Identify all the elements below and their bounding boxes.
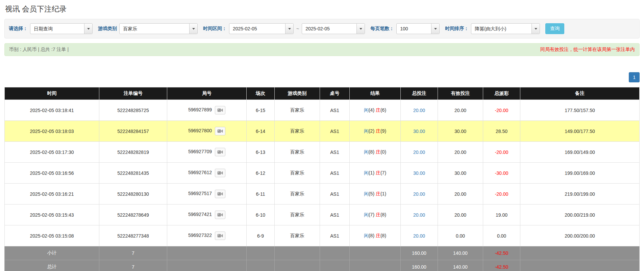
filter-bar: 请选择： 日期查询 游戏类别 百家乐 时间区间： 2025-02-05 ~ 20… [4, 19, 640, 38]
session-cell: 6-13 [247, 142, 275, 163]
session-cell: 6-11 [247, 184, 275, 205]
note-cell: 149.00/177.50 [520, 121, 640, 142]
table-row[interactable]: 2025-02-05 03:15:08522248277348596927322… [5, 225, 640, 246]
round-id-cell: 596927421 [167, 205, 247, 225]
table-no-cell: AS1 [320, 121, 350, 142]
table-row[interactable]: 2025-02-05 03:16:56522248281435596927612… [5, 163, 640, 184]
video-replay-button[interactable] [215, 148, 225, 156]
video-replay-button[interactable] [215, 169, 225, 177]
summary-label-cell: 小计 [5, 246, 99, 260]
time-sort-group: 时间排序： 降冪(由大到小) [445, 23, 540, 34]
player-result-label: 闲 [364, 212, 369, 217]
result-cell: 闲(4) 庄(6) [350, 100, 401, 121]
round-id: 596927421 [188, 212, 212, 217]
summary-empty-cell [350, 260, 401, 271]
video-replay-button[interactable] [215, 211, 225, 219]
bet-id-cell: 522248282819 [99, 142, 167, 163]
table-row[interactable]: 2025-02-05 03:15:43522248278649596927421… [5, 205, 640, 225]
video-replay-button[interactable] [215, 106, 225, 114]
chevron-down-icon[interactable] [84, 24, 92, 34]
column-header: 局号 [167, 87, 247, 100]
page-size-select[interactable]: 100 [396, 23, 440, 34]
valid-bet-cell: 20.00 [438, 184, 483, 205]
player-result-score: (1) [369, 170, 376, 175]
total-bet-cell: 30.00 [401, 121, 438, 142]
total-bet-link[interactable]: 20.00 [413, 108, 425, 113]
round-id: 596927800 [188, 128, 212, 133]
summary-empty-cell [167, 246, 247, 260]
total-bet-link[interactable]: 30.00 [413, 170, 425, 176]
table-row[interactable]: 2025-02-05 03:17:30522248282819596927709… [5, 142, 640, 163]
query-type-value: 日期查询 [30, 24, 84, 34]
column-header: 场次 [247, 87, 275, 100]
table-row[interactable]: 2025-02-05 03:18:03522248284157596927800… [5, 121, 640, 142]
date-to-select[interactable]: 2025-02-05 [302, 23, 365, 34]
payout-cell: -30.00 [483, 163, 520, 184]
table-no-cell: AS1 [320, 163, 350, 184]
chevron-down-icon[interactable] [285, 24, 293, 34]
banker-result-label: 庄 [376, 212, 380, 217]
video-replay-button[interactable] [215, 127, 225, 135]
banker-result-label: 庄 [376, 107, 380, 113]
note-cell: 219.00/199.00 [520, 184, 640, 205]
round-id-cell: 596927899 [167, 100, 247, 121]
table-row[interactable]: 2025-02-05 03:18:41522248285725596927899… [5, 100, 640, 121]
summary-empty-cell [275, 260, 320, 271]
query-type-select[interactable]: 日期查询 [30, 23, 93, 34]
table-no-cell: AS1 [320, 225, 350, 246]
note-cell: 177.50/157.50 [520, 100, 640, 121]
summary-empty-cell [520, 260, 640, 271]
video-replay-button[interactable] [215, 190, 225, 198]
player-result-label: 闲 [364, 170, 369, 175]
date-from-select[interactable]: 2025-02-05 [229, 23, 294, 34]
table-header-row: 时间注单编号局号场次游戏类别桌号结果总投注有效投注总派彩备注 [5, 87, 640, 100]
time-cell: 2025-02-05 03:16:56 [5, 163, 99, 184]
query-type-group: 请选择： 日期查询 [9, 23, 93, 34]
chevron-down-icon[interactable] [431, 24, 439, 34]
summary-label-cell: 总计 [5, 260, 99, 271]
result-cell: 闲(1) 庄(7) [350, 163, 401, 184]
table-row[interactable]: 2025-02-05 03:16:21522248280130596927517… [5, 184, 640, 205]
valid-bet-cell: 30.00 [438, 121, 483, 142]
chevron-down-icon[interactable] [356, 24, 365, 34]
chevron-down-icon[interactable] [189, 24, 197, 34]
video-camera-icon [217, 108, 223, 112]
time-sort-select[interactable]: 降冪(由大到小) [471, 23, 540, 34]
banker-result-score: (1) [380, 191, 386, 196]
payout-cell: 19.00 [483, 205, 520, 225]
payout-cell: -20.00 [483, 142, 520, 163]
round-id: 596927517 [188, 191, 212, 196]
chevron-down-icon[interactable] [531, 24, 540, 34]
total-bet-link[interactable]: 20.00 [413, 233, 425, 239]
total-bet-cell: 20.00 [401, 100, 438, 121]
query-type-label: 请选择： [9, 26, 28, 32]
total-bet-link[interactable]: 20.00 [413, 150, 425, 155]
player-result-score: (8) [369, 233, 376, 238]
page-title: 视讯 会员下注纪录 [5, 4, 640, 14]
summary-right-notice: 同局有效投注，统一计算在该局第一张注单内 [540, 47, 635, 53]
banker-result-label: 庄 [376, 128, 380, 134]
search-button[interactable]: 查询 [545, 23, 564, 34]
summary-empty-cell [320, 260, 350, 271]
video-replay-button[interactable] [215, 232, 225, 240]
summary-row: 小计7160.00140.00-42.50 [5, 246, 640, 260]
summary-empty-cell [520, 246, 640, 260]
summary-total-bet-cell: 160.00 [401, 246, 438, 260]
video-camera-icon [217, 234, 223, 238]
column-header: 总派彩 [483, 87, 520, 100]
total-bet-cell: 20.00 [401, 225, 438, 246]
total-bet-link[interactable]: 20.00 [413, 212, 425, 218]
pagination-page-button[interactable]: 1 [629, 72, 640, 82]
video-camera-icon [217, 129, 223, 133]
bet-id-cell: 522248285725 [99, 100, 167, 121]
summary-payout-cell: -42.50 [483, 260, 520, 271]
total-bet-link[interactable]: 30.00 [413, 129, 425, 134]
game-category-value: 百家乐 [120, 24, 189, 34]
banker-result-score: (8) [380, 212, 386, 217]
total-bet-link[interactable]: 20.00 [413, 191, 425, 197]
time-cell: 2025-02-05 03:18:03 [5, 121, 99, 142]
summary-row: 总计7160.00140.00-42.50 [5, 260, 640, 271]
note-cell: 200.00/200.00 [520, 225, 640, 246]
result-cell: 闲(5) 庄(1) [350, 184, 401, 205]
game-category-select[interactable]: 百家乐 [119, 23, 198, 34]
